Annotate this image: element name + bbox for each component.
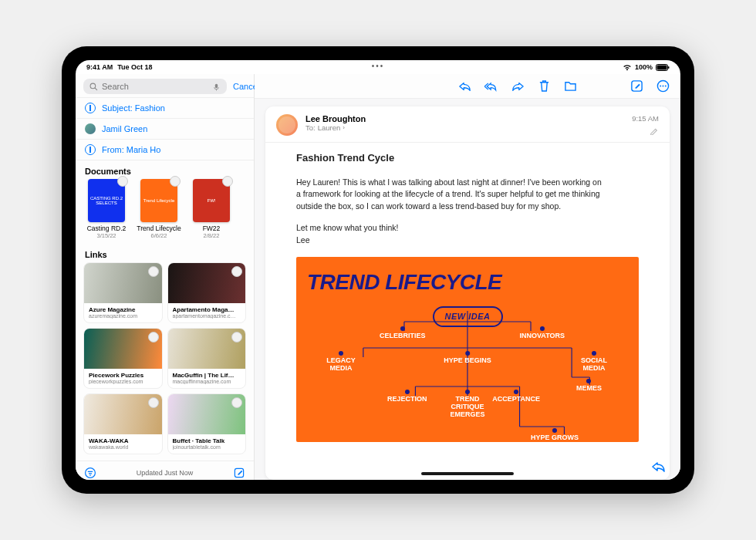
recipient-line[interactable]: To: Lauren › xyxy=(305,123,624,132)
person-badge-icon xyxy=(231,397,242,408)
compose-button[interactable] xyxy=(232,466,246,480)
link-url: joinourtabletalk.com xyxy=(173,444,241,450)
search-field[interactable] xyxy=(83,79,227,94)
svg-line-4 xyxy=(95,88,97,90)
floating-reply-button[interactable] xyxy=(651,460,667,474)
link-card[interactable]: Buffet · Table Talkjoinourtabletalk.com xyxy=(167,393,247,454)
message-subject: Fashion Trend Cycle xyxy=(296,150,639,166)
home-indicator[interactable] xyxy=(421,472,514,475)
move-button[interactable] xyxy=(563,79,577,93)
link-card[interactable]: Azure Magazineazuremagazine.com xyxy=(83,262,163,323)
forward-button[interactable] xyxy=(511,79,525,93)
node-rejection: REJECTION xyxy=(387,390,427,403)
message-toolbar xyxy=(255,74,680,99)
link-title: Buffet · Table Talk xyxy=(173,437,241,444)
link-title: MacGuffin | The Lif… xyxy=(173,372,241,379)
sender-name[interactable]: Lee Broughton xyxy=(305,114,624,123)
search-icon xyxy=(89,83,98,91)
to-name: Lauren xyxy=(318,123,341,132)
chevron-right-icon: › xyxy=(343,124,345,131)
person-badge-icon xyxy=(117,176,128,187)
svg-point-6 xyxy=(86,468,96,478)
node-legacy-media: LEGACY MEDIA xyxy=(318,351,364,373)
attachment-infographic[interactable]: TREND LIFECYCLE NEW IDEA xyxy=(296,257,639,442)
infographic-title: TREND LIFECYCLE xyxy=(307,266,628,299)
compose-toolbar-button[interactable] xyxy=(629,79,643,93)
body-paragraph: Hey Lauren! This is what I was talking a… xyxy=(296,177,605,213)
mic-icon[interactable] xyxy=(212,83,221,91)
reply-button[interactable] xyxy=(458,79,472,93)
link-title: Apartamento Maga… xyxy=(173,306,241,313)
links-section-title: Links xyxy=(76,244,254,262)
link-title: Azure Magazine xyxy=(89,306,157,313)
filter-button[interactable] xyxy=(83,466,97,480)
filter-from-maria[interactable]: From: Maria Ho xyxy=(76,140,254,160)
link-url: wakawaka.world xyxy=(89,444,157,450)
person-badge-icon xyxy=(170,176,181,187)
link-card[interactable]: Piecework Puzzlespieceworkpuzzles.com xyxy=(83,328,163,389)
filter-label: From: Maria Ho xyxy=(102,145,160,154)
person-badge-icon xyxy=(222,176,233,187)
link-thumb xyxy=(84,329,162,369)
document-date: 2/8/22 xyxy=(204,232,220,239)
link-card[interactable]: Apartamento Maga…apartamentomagazine.c… xyxy=(167,262,247,323)
sync-status: Updated Just Now xyxy=(137,469,194,477)
person-badge-icon xyxy=(231,266,242,277)
document-date: 6/6/22 xyxy=(151,232,167,239)
link-thumb xyxy=(84,394,162,434)
document-item[interactable]: CASTING RD.2 SELECTS Casting RD.2 3/15/2… xyxy=(83,179,130,239)
link-card[interactable]: WAKA-WAKAwakawaka.world xyxy=(83,393,163,454)
document-label: Casting RD.2 xyxy=(87,224,127,232)
document-thumb: FW! xyxy=(193,179,230,222)
link-card[interactable]: MacGuffin | The Lif…macguffinmagazine.co… xyxy=(167,328,247,389)
person-badge-icon xyxy=(148,332,159,343)
svg-point-11 xyxy=(662,86,663,87)
filter-person-jamil[interactable]: Jamil Green xyxy=(76,119,254,140)
wifi-icon xyxy=(623,64,632,71)
document-thumb: CASTING RD.2 SELECTS xyxy=(88,179,125,222)
person-icon xyxy=(85,123,96,134)
body-paragraph: Let me know what you think! Lee xyxy=(296,222,605,247)
person-badge-icon xyxy=(148,266,159,277)
link-url: pieceworkpuzzles.com xyxy=(89,379,157,384)
search-filters: Subject: Fashion Jamil Green From: Maria… xyxy=(76,97,254,160)
node-memes: MEMES xyxy=(576,379,602,393)
battery-icon xyxy=(656,64,670,71)
person-badge-icon xyxy=(148,397,159,408)
link-title: Piecework Puzzles xyxy=(89,372,157,379)
clock-icon xyxy=(85,103,96,113)
sender-avatar[interactable] xyxy=(276,114,298,136)
more-button[interactable] xyxy=(656,79,670,93)
person-badge-icon xyxy=(231,332,242,343)
document-date: 3/15/22 xyxy=(96,232,116,239)
to-label: To: xyxy=(305,123,316,132)
node-celebrities: CELEBRITIES xyxy=(380,326,426,340)
svg-rect-1 xyxy=(657,65,667,69)
message-body: Fashion Trend Cycle Hey Lauren! This is … xyxy=(265,143,670,442)
reply-all-button[interactable] xyxy=(484,79,498,93)
battery-percent: 100% xyxy=(635,63,653,71)
status-time: 9:41 AM xyxy=(86,63,113,71)
sidebar-footer: Updated Just Now xyxy=(76,461,254,480)
link-thumb xyxy=(84,263,162,303)
svg-rect-5 xyxy=(215,83,218,88)
search-input[interactable] xyxy=(102,82,208,91)
edit-draft-icon[interactable] xyxy=(650,126,659,135)
document-item[interactable]: FW! FW22 2/8/22 xyxy=(188,179,235,239)
link-url: azuremagazine.com xyxy=(89,313,157,319)
node-social-media: SOCIAL MEDIA xyxy=(571,351,617,373)
link-thumb xyxy=(168,263,246,303)
document-label: Trend Lifecycle xyxy=(137,224,181,232)
message-pane: Lee Broughton To: Lauren › 9:15 AM xyxy=(255,74,680,480)
message-time: 9:15 AM xyxy=(632,114,659,123)
message-header: Lee Broughton To: Lauren › 9:15 AM xyxy=(265,106,670,143)
multitask-indicator[interactable]: ••• xyxy=(372,62,385,70)
link-title: WAKA-WAKA xyxy=(89,437,157,444)
node-innovators: INNOVATORS xyxy=(519,326,565,340)
trash-button[interactable] xyxy=(537,79,551,93)
node-hype-grows: HYPE GROWS xyxy=(531,428,579,442)
link-thumb xyxy=(168,394,246,434)
filter-subject[interactable]: Subject: Fashion xyxy=(76,98,254,119)
document-item[interactable]: Trend Lifecycle Trend Lifecycle 6/6/22 xyxy=(136,179,182,239)
svg-point-3 xyxy=(90,83,96,89)
